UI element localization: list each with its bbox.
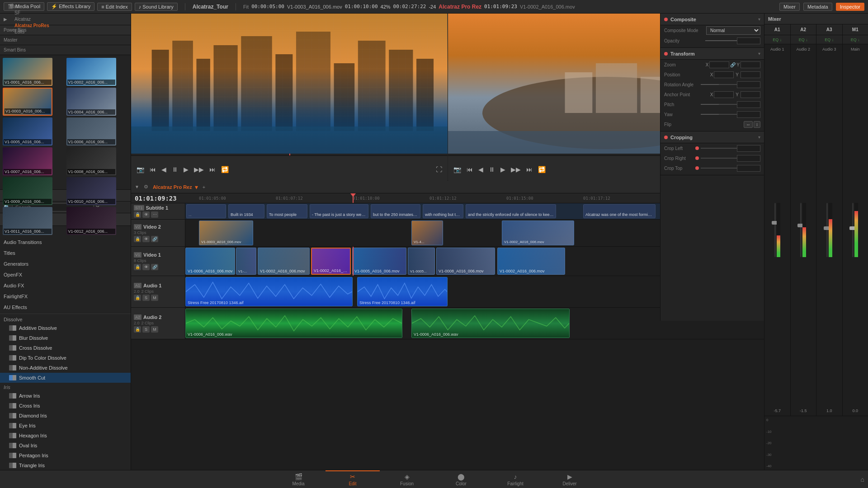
v1-clip-4-selected[interactable]: V1-0002_A016_006.mov (311, 248, 351, 275)
mixer-tab[interactable]: Mixer (779, 3, 800, 11)
eq-btn-a2[interactable]: EQ ↓ (791, 35, 817, 44)
tc-m-a2[interactable]: M (151, 326, 158, 333)
tl-loop-icon[interactable]: 🔁 (536, 165, 547, 174)
bottom-tab-edit[interactable]: ✂ Edit (326, 470, 380, 488)
bin-master[interactable]: Master (10, 4, 49, 9)
tl-add-track-icon[interactable]: + (201, 183, 207, 191)
trans-cross-iris[interactable]: Cross Iris (0, 401, 131, 411)
nav-openfx[interactable]: OpenFX (0, 269, 131, 280)
trans-non-additive[interactable]: Non-Additive Dissolve (0, 363, 131, 373)
tc-m-a1[interactable]: M (151, 295, 158, 301)
eq-btn-a1[interactable]: EQ ↓ (764, 35, 791, 44)
tl-skip-fwd-icon[interactable]: ⏭ (524, 165, 534, 174)
sound-library-tab[interactable]: ♪ Sound Library (135, 3, 178, 11)
subtitle-clip-7[interactable]: Alcatraz was one of the most formidable … (583, 204, 656, 218)
a2-clip-1[interactable]: V1-0006_A016_006.wav (185, 309, 402, 338)
bottom-tab-media[interactable]: 🎬 Media (271, 470, 326, 488)
src-prev-frame-icon[interactable]: ◀ (160, 165, 168, 174)
v1-clip-6[interactable]: V1-0005... (408, 248, 435, 275)
src-fullscreen-icon[interactable]: ⛶ (434, 165, 444, 174)
tc-s-a1[interactable]: S (142, 295, 150, 301)
tc-lock-v1[interactable]: 🔒 (134, 264, 141, 270)
crop-top-slider[interactable] (701, 168, 737, 169)
trans-additive-dissolve[interactable]: Additive Dissolve (0, 323, 131, 333)
opacity-slider[interactable] (705, 40, 737, 41)
inspector-tab[interactable]: Inspector (836, 3, 864, 11)
composite-mode-select[interactable]: Normal (706, 26, 760, 35)
tl-next-frame-icon[interactable]: ▶▶ (509, 165, 523, 174)
trans-pentagon-iris[interactable]: Pentagon Iris (0, 450, 131, 460)
cropping-header[interactable]: Cropping ▾ (660, 131, 764, 143)
nav-aueffects[interactable]: AU Effects (0, 302, 131, 313)
crop-right-slider[interactable] (701, 158, 737, 159)
anchor-y-input[interactable]: 0.000 (741, 91, 760, 98)
rotation-input[interactable]: 0.000 (737, 81, 760, 88)
bottom-tab-fairlight[interactable]: ♪ Fairlight (488, 470, 542, 488)
zoom-x-input[interactable]: 1.000 (709, 61, 729, 68)
clip-thumb-4[interactable]: V1-0004_A016_006... (66, 88, 116, 116)
smart-bins-master[interactable]: Master (4, 38, 18, 42)
clip-thumb-1[interactable]: V1-0001_A016_006... (3, 58, 52, 86)
mixer-a2-fader-track[interactable] (800, 203, 802, 257)
v1-clip-8[interactable]: V1-0002_A016_006.mov (497, 248, 565, 275)
trans-eye-iris[interactable]: Eye Iris (0, 421, 131, 431)
yaw-slider[interactable] (701, 114, 737, 115)
mixer-main-fader-track[interactable] (852, 203, 854, 257)
nav-titles[interactable]: Titles (0, 248, 131, 258)
metadata-tab[interactable]: Metadata (803, 3, 832, 11)
tl-play-icon[interactable]: ▶ (499, 165, 507, 174)
trans-hexagon-iris[interactable]: Hexagon Iris (0, 431, 131, 441)
trans-smooth-cut[interactable]: Smooth Cut (0, 373, 131, 383)
tc-eye-v2[interactable]: 👁 (142, 236, 150, 242)
crop-right-input[interactable]: 0.000 (737, 155, 760, 162)
eq-btn-a3[interactable]: EQ ↓ (816, 35, 843, 44)
trans-cross-dissolve[interactable]: Cross Dissolve (0, 343, 131, 353)
src-play-icon[interactable]: ▶ (182, 165, 190, 174)
v2-clip-2[interactable]: V1-4... (411, 221, 443, 245)
clip-thumb-3[interactable]: V1-0003_A016_006... (3, 88, 52, 116)
src-skip-back-icon[interactable]: ⏮ (148, 165, 158, 174)
clip-thumb-5[interactable]: V1-0005_A016_006... (3, 117, 52, 145)
subtitle-clip-4[interactable]: but to the 250 inmates held on average, (371, 204, 420, 218)
clip-thumb-10[interactable]: V1-0010_A016_006... (66, 177, 116, 205)
src-next-frame-icon[interactable]: ▶▶ (192, 165, 206, 174)
a1-clip-1[interactable]: Stress Free 20170810 1346.aif (185, 277, 353, 306)
nav-generators[interactable]: Generators (0, 258, 131, 269)
clip-thumb-6[interactable]: V1-0006_A016_006... (66, 117, 116, 145)
tc-lock-a2[interactable]: 🔒 (134, 326, 141, 333)
tc-s-a2[interactable]: S (142, 326, 150, 333)
tl-prev-frame-icon[interactable]: ◀ (476, 165, 485, 174)
subtitle-clip-5[interactable]: with nothing but their wool, (423, 204, 463, 218)
subtitle-clip-3[interactable]: - The past is just a story we tell ourse… (310, 204, 368, 218)
composite-header[interactable]: Composite ▾ (660, 14, 764, 25)
nav-fairlightfx[interactable]: FairlightFX (0, 291, 131, 302)
clip-thumb-2[interactable]: V1-0002_A016_006... (66, 58, 116, 86)
trans-arrow-iris[interactable]: Arrow Iris (0, 391, 131, 401)
trans-diamond-iris[interactable]: Diamond Iris (0, 411, 131, 421)
mixer-a3-fader-track[interactable] (826, 203, 828, 257)
tc-lock-v2[interactable]: 🔒 (134, 236, 141, 242)
bottom-tab-color[interactable]: ⬤ Color (434, 470, 488, 488)
bottom-tab-deliver[interactable]: ▶ Deliver (542, 470, 597, 488)
a1-clip-2[interactable]: Stress Free 20170810 1346.aif (357, 277, 448, 306)
yaw-input[interactable]: 0.000 (737, 111, 760, 118)
trans-blur-dissolve[interactable]: Blur Dissolve (0, 333, 131, 343)
pitch-slider[interactable] (701, 104, 737, 105)
tc-lock-a1[interactable]: 🔒 (134, 295, 141, 301)
crop-left-input[interactable]: 0.000 (737, 145, 760, 152)
v1-clip-7[interactable]: V1-0008_A016_006.mov (436, 248, 495, 275)
tc-opt-subtitle[interactable]: ⋯ (151, 211, 158, 218)
src-loop-icon[interactable]: 🔁 (219, 165, 231, 174)
flip-h-btn[interactable]: ↔ (744, 121, 753, 128)
position-x-input[interactable]: 0.000 (714, 71, 734, 78)
transform-header[interactable]: Transform ▾ (660, 48, 764, 60)
v1-clip-2[interactable]: V1-... (236, 248, 256, 275)
v1-clip-1[interactable]: V1-0006_A016_006.mov (185, 248, 235, 275)
rotation-slider[interactable] (701, 84, 737, 85)
pitch-input[interactable]: 0.000 (737, 101, 760, 108)
position-y-input[interactable]: 0.000 (741, 71, 760, 78)
v2-clip-1[interactable]: V1-0003_A016_006.mov (199, 221, 253, 245)
clip-thumb-9[interactable]: V1-0009_A016_006... (3, 177, 52, 205)
bin-alcatraz[interactable]: Alcatraz (10, 16, 49, 22)
v2-clip-3[interactable]: V1-0002_A016_006.mov (502, 221, 574, 245)
